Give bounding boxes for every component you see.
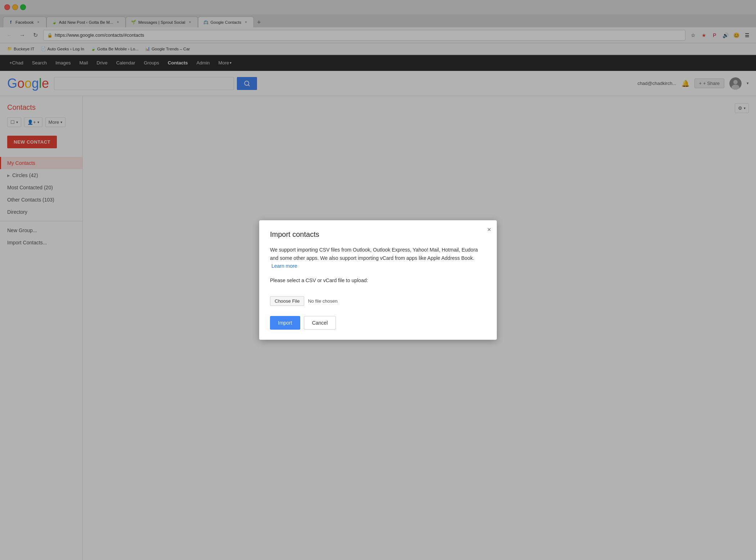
- file-select-label: Please select a CSV or vCard file to upl…: [270, 277, 486, 283]
- modal-overlay: × Import contacts We support importing C…: [0, 0, 756, 560]
- file-input-row: Choose File No file chosen: [270, 296, 486, 306]
- modal-body-text: We support importing CSV files from Outl…: [270, 247, 478, 261]
- choose-file-button[interactable]: Choose File: [270, 296, 304, 306]
- import-contacts-modal: × Import contacts We support importing C…: [259, 220, 497, 339]
- import-button[interactable]: Import: [270, 316, 300, 330]
- modal-title: Import contacts: [270, 230, 486, 239]
- no-file-chosen-text: No file chosen: [308, 298, 337, 304]
- file-select-row: Please select a CSV or vCard file to upl…: [270, 277, 486, 286]
- modal-close-button[interactable]: ×: [487, 226, 491, 234]
- learn-more-link[interactable]: Learn more: [271, 263, 297, 269]
- modal-body: We support importing CSV files from Outl…: [270, 246, 486, 270]
- modal-actions: Import Cancel: [270, 316, 486, 330]
- cancel-button[interactable]: Cancel: [304, 316, 336, 330]
